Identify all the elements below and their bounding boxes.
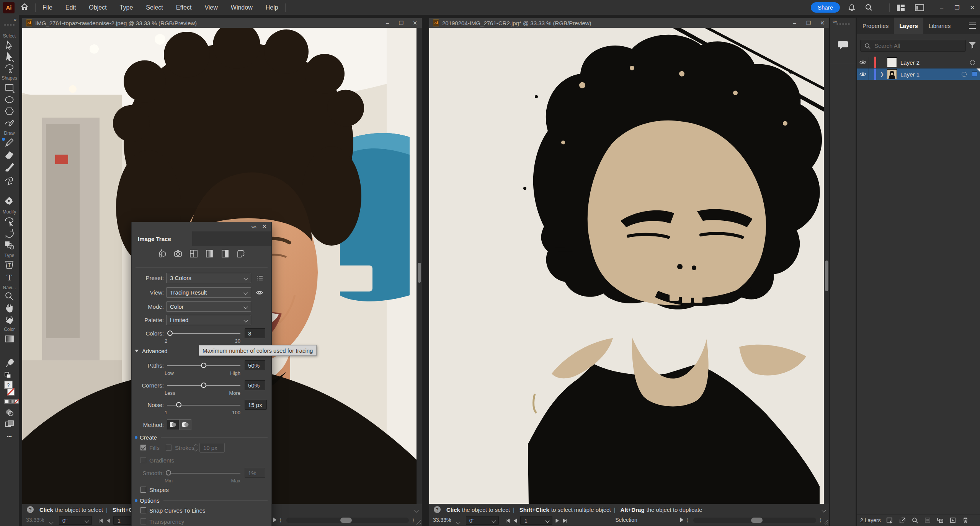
- scroll-left-icon[interactable]: ⟨: [686, 517, 688, 523]
- menu-effect[interactable]: Effect: [176, 4, 192, 11]
- resize-grip[interactable]: [416, 520, 421, 524]
- window-restore-button[interactable]: ❐: [949, 0, 965, 15]
- corners-value-field[interactable]: 50%: [245, 380, 265, 390]
- shape-mode-icon[interactable]: [4, 407, 15, 418]
- clipping-mask-icon[interactable]: [886, 517, 893, 524]
- vertical-scrollbar-thumb[interactable]: [418, 263, 421, 283]
- shapes-checkbox[interactable]: [140, 487, 146, 493]
- toolbar-grip[interactable]: [4, 24, 15, 26]
- horizontal-scrollbar[interactable]: [286, 518, 409, 523]
- stroke-width-stepper[interactable]: [193, 443, 198, 452]
- colors-slider-knob[interactable]: [167, 331, 173, 336]
- doc-close-button[interactable]: ✕: [815, 18, 829, 28]
- stroke-width-field[interactable]: 10 px: [199, 443, 225, 453]
- paths-slider-knob[interactable]: [201, 363, 206, 368]
- noise-slider-knob[interactable]: [176, 402, 181, 407]
- eraser-tool-icon[interactable]: [4, 150, 15, 160]
- collect-for-export-icon[interactable]: [899, 517, 906, 524]
- smooth-slider[interactable]: [167, 468, 240, 478]
- panel-header[interactable]: «« ✕: [132, 222, 271, 231]
- smooth-value-field[interactable]: 1%: [245, 468, 265, 478]
- vertical-scrollbar[interactable]: [824, 28, 829, 504]
- noise-slider[interactable]: [167, 400, 240, 410]
- corners-slider[interactable]: [167, 380, 240, 391]
- home-icon[interactable]: [21, 3, 28, 12]
- first-artboard-icon[interactable]: [98, 518, 103, 523]
- resize-grip[interactable]: [823, 520, 828, 524]
- paintbrush-tool-icon[interactable]: [4, 162, 15, 172]
- mode-dropdown[interactable]: Color: [166, 301, 251, 312]
- draw-modes-icon[interactable]: [4, 419, 15, 429]
- auto-color-icon[interactable]: [158, 249, 167, 258]
- vertical-scrollbar[interactable]: [416, 28, 422, 504]
- rotate-tool-icon[interactable]: [4, 228, 15, 239]
- expand-chevron-icon[interactable]: ❯: [880, 72, 885, 77]
- horizontal-scrollbar[interactable]: [693, 518, 816, 523]
- search-input[interactable]: [874, 42, 952, 49]
- vertical-scrollbar-thumb[interactable]: [825, 261, 828, 291]
- transform-tool-icon[interactable]: [4, 240, 15, 250]
- image-trace-tab[interactable]: Image Trace: [132, 231, 192, 246]
- preset-menu-icon[interactable]: [255, 273, 264, 283]
- new-sublayer-icon[interactable]: [937, 517, 944, 524]
- menu-edit[interactable]: Edit: [65, 4, 76, 11]
- last-artboard-icon[interactable]: [562, 518, 568, 523]
- fills-checkbox[interactable]: [140, 445, 146, 451]
- artboard-number-field[interactable]: 1: [520, 516, 552, 525]
- scroll-right-icon[interactable]: ⟩: [412, 517, 414, 523]
- rotation-field[interactable]: 0°: [466, 516, 499, 525]
- menu-window[interactable]: Window: [231, 4, 253, 11]
- doc-title-bar-trace[interactable]: Ai 20190204-IMG_2761-CR2.jpg* @ 33.33 % …: [429, 18, 829, 28]
- doc-close-button[interactable]: ✕: [408, 18, 422, 28]
- hand-tool-icon[interactable]: [4, 303, 15, 313]
- touch-type-tool-icon[interactable]: T: [4, 260, 15, 270]
- comments-panel-button[interactable]: [830, 27, 856, 64]
- menu-file[interactable]: File: [42, 4, 52, 11]
- tab-libraries[interactable]: Libraries: [923, 18, 956, 34]
- layer-thumbnail[interactable]: [887, 69, 897, 79]
- visibility-eye-icon[interactable]: [857, 60, 869, 65]
- grayscale-icon[interactable]: [205, 249, 214, 258]
- notifications-bell-icon[interactable]: [848, 4, 855, 11]
- doc-restore-button[interactable]: ❐: [802, 18, 815, 28]
- locate-object-icon[interactable]: [911, 517, 918, 524]
- preset-dropdown[interactable]: 3 Colors: [166, 273, 251, 283]
- layer-row-2[interactable]: Layer 2: [857, 57, 980, 68]
- zoom-tool-icon[interactable]: [4, 291, 15, 301]
- collapse-panel-icon[interactable]: ««: [252, 223, 256, 229]
- scroll-right-icon[interactable]: ⟩: [820, 517, 822, 523]
- join-tool-icon[interactable]: [4, 216, 15, 226]
- selection-tool-icon[interactable]: [4, 40, 15, 50]
- rectangle-tool-icon[interactable]: [4, 82, 15, 93]
- rotation-field[interactable]: 0°: [59, 516, 92, 525]
- delete-layer-icon[interactable]: [962, 517, 969, 524]
- tab-layers[interactable]: Layers: [894, 18, 923, 34]
- pen-tool-icon[interactable]: [4, 196, 15, 207]
- layer-name[interactable]: Layer 1: [900, 71, 920, 78]
- gradient-swatch-icon[interactable]: [4, 334, 15, 344]
- zoom-dropdown-icon[interactable]: [457, 519, 460, 525]
- layer-target-circle[interactable]: [962, 72, 967, 77]
- share-button[interactable]: Share: [811, 2, 840, 13]
- method-overlapping-button[interactable]: [179, 419, 191, 430]
- strokes-checkbox[interactable]: [166, 445, 172, 451]
- palette-dropdown[interactable]: Limited: [166, 315, 251, 325]
- hint-collapse-icon[interactable]: [415, 506, 418, 513]
- menu-type[interactable]: Type: [120, 4, 133, 11]
- new-layer-icon[interactable]: [949, 517, 956, 524]
- low-color-icon[interactable]: [189, 249, 198, 258]
- app-search-icon[interactable]: [865, 4, 872, 11]
- layer-row-1[interactable]: ❯ Layer 1: [857, 68, 980, 80]
- layer-thumbnail[interactable]: [887, 57, 897, 67]
- colors-value-field[interactable]: 3: [245, 328, 265, 338]
- outline-icon[interactable]: [236, 249, 245, 258]
- trace-canvas[interactable]: [429, 28, 829, 504]
- polygon-tool-icon[interactable]: [4, 106, 15, 116]
- black-and-white-icon[interactable]: [220, 249, 230, 258]
- colors-slider[interactable]: [167, 328, 240, 339]
- high-color-icon[interactable]: [173, 249, 183, 258]
- options-section-header[interactable]: Options: [132, 497, 268, 504]
- color-mode-buttons[interactable]: [4, 399, 15, 404]
- menu-help[interactable]: Help: [266, 4, 278, 11]
- ellipse-tool-icon[interactable]: [4, 94, 15, 105]
